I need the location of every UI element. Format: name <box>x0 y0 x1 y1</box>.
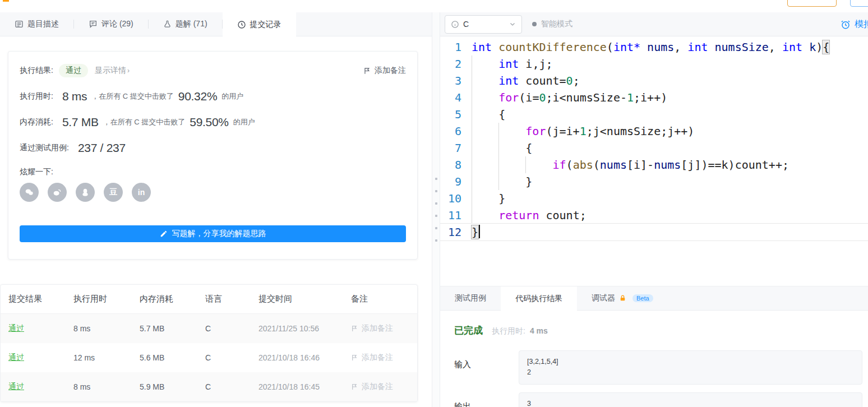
timer-label: 模拟 <box>855 18 868 30</box>
console-panel: 测试用例代码执行结果调试器Beta 已完成 执行用时: 4 ms 输入 [3,2… <box>440 286 868 407</box>
code-line-content: { <box>472 106 505 123</box>
console-tabbar: 测试用例代码执行结果调试器Beta <box>440 286 868 311</box>
code-line[interactable]: 8 if(abs(nums[i]-nums[j])==k)count++; <box>440 156 868 173</box>
submission-time: 2021/10/18 16:46 <box>258 353 351 362</box>
share-douban-icon[interactable]: 豆 <box>104 183 123 202</box>
memory-percent: 59.50% <box>190 115 228 129</box>
submission-runtime: 8 ms <box>73 324 140 333</box>
input-value-box: [3,2,1,5,4] 2 <box>519 350 862 385</box>
show-details-link[interactable]: 显示详情› <box>95 66 130 76</box>
code-editor[interactable]: 1int countKDifference(int* nums, int num… <box>440 36 868 286</box>
language-select[interactable]: C <box>445 15 522 34</box>
left-tabbar: 题目描述评论 (29)题解 (71)提交记录 <box>0 12 432 36</box>
runtime-label: 执行用时: <box>20 91 53 101</box>
tab-label: 评论 (29) <box>101 19 133 29</box>
mock-timer-button[interactable]: 模拟 <box>841 12 868 36</box>
share-wechat-icon[interactable] <box>20 183 39 202</box>
code-line[interactable]: 3 int count=0; <box>440 72 868 89</box>
submission-language: C <box>205 324 258 333</box>
share-qq-icon[interactable] <box>76 183 95 202</box>
line-number: 5 <box>440 106 472 123</box>
add-note-button[interactable]: 添加备注 <box>351 353 417 363</box>
code-line[interactable]: 11 return count; <box>440 207 868 224</box>
tab-submissions[interactable]: 提交记录 <box>223 12 296 36</box>
add-note-label: 添加备注 <box>362 353 393 363</box>
line-number: 8 <box>440 156 472 173</box>
code-line[interactable]: 9 } <box>440 173 868 190</box>
write-solution-button[interactable]: 写题解，分享我的解题思路 <box>20 225 406 242</box>
code-line[interactable]: 2 int i,j; <box>440 55 868 72</box>
indent-guide <box>472 89 472 106</box>
testcases-label: 通过测试用例: <box>20 143 69 153</box>
submission-result-link[interactable]: 通过 <box>8 323 24 334</box>
line-number: 7 <box>440 140 472 156</box>
output-label: 输出 <box>454 392 519 407</box>
console-tab-run-result[interactable]: 代码执行结果 <box>501 286 577 311</box>
console-tab-debugger[interactable]: 调试器Beta <box>577 286 668 310</box>
column-header: 执行用时 <box>73 294 140 304</box>
run-status: 已完成 <box>454 324 483 337</box>
add-note-button[interactable]: 添加备注 <box>351 382 417 392</box>
pane-splitter[interactable] <box>432 12 440 407</box>
code-line[interactable]: 1int countKDifference(int* nums, int num… <box>440 39 868 55</box>
tab-label: 调试器 <box>592 293 615 303</box>
indent-guide <box>498 156 499 173</box>
submission-result-link[interactable]: 通过 <box>8 353 24 363</box>
share-weibo-icon[interactable] <box>48 183 67 202</box>
input-row: 输入 [3,2,1,5,4] 2 <box>454 350 862 385</box>
indent-guide <box>472 123 472 140</box>
top-action-button-1[interactable] <box>787 0 837 7</box>
indent-guide <box>472 55 472 72</box>
info-icon <box>451 20 459 29</box>
add-note-button[interactable]: 添加备注 <box>351 323 417 334</box>
tab-label: 测试用例 <box>455 293 486 303</box>
tab-description[interactable]: 题目描述 <box>0 12 73 36</box>
clock-icon <box>237 20 246 29</box>
line-number: 4 <box>440 89 472 106</box>
add-note-label: 添加备注 <box>362 323 393 334</box>
runtime-value: 8 ms <box>62 90 87 103</box>
indent-guide <box>472 106 472 123</box>
add-note-button[interactable]: 添加备注 <box>363 66 406 76</box>
result-label: 执行结果: <box>20 66 53 76</box>
memory-beat-suffix: 的用户 <box>233 117 255 127</box>
app: 题目描述评论 (29)题解 (71)提交记录 执行结果: 通过 显示详情› 添加… <box>0 0 868 407</box>
runtime-beat-prefix: ，在所有 C 提交中击败了 <box>91 91 174 101</box>
column-header: 内存消耗 <box>140 294 205 304</box>
testcases-value: 237 / 237 <box>78 141 126 155</box>
indent-guide <box>472 72 472 89</box>
output-row: 输出 3 <box>454 392 862 407</box>
run-runtime-value: 4 ms <box>530 326 548 335</box>
flag-gray-icon <box>351 383 358 391</box>
right-pane: C 智能模式 模拟 1int countKDifference(int* num… <box>440 12 868 407</box>
line-number: 12 <box>440 224 472 240</box>
submission-result-link[interactable]: 通过 <box>8 382 24 392</box>
flag-gray-icon <box>351 354 358 362</box>
smart-mode-indicator[interactable]: 智能模式 <box>532 19 572 29</box>
code-line[interactable]: 4 for(i=0;i<numsSize-1;i++) <box>440 89 868 106</box>
submission-time: 2021/10/18 16:45 <box>258 382 351 391</box>
code-line-content: for(i=0;i<numsSize-1;i++) <box>472 89 667 106</box>
console-tab-testcase[interactable]: 测试用例 <box>440 286 501 310</box>
submission-language: C <box>205 353 258 362</box>
tab-comments[interactable]: 评论 (29) <box>74 12 148 36</box>
code-line[interactable]: 12} <box>440 223 868 241</box>
column-header: 提交时间 <box>258 294 351 304</box>
table-row: 通过8 ms5.9 MBC2021/10/18 16:45添加备注 <box>1 372 417 401</box>
share-linkedin-icon[interactable]: in <box>132 183 151 202</box>
top-action-button-2[interactable] <box>850 0 868 7</box>
indent-guide <box>498 173 499 190</box>
code-line[interactable]: 10 } <box>440 190 868 207</box>
left-pane: 题目描述评论 (29)题解 (71)提交记录 执行结果: 通过 显示详情› 添加… <box>0 12 432 407</box>
code-line-content: { <box>472 140 532 156</box>
code-line[interactable]: 5 { <box>440 106 868 123</box>
code-line[interactable]: 6 for(j=i+1;j<numsSize;j++) <box>440 123 868 140</box>
tab-solutions[interactable]: 题解 (71) <box>149 12 222 36</box>
code-line-content: } <box>472 224 480 240</box>
console-body: 已完成 执行用时: 4 ms 输入 [3,2,1,5,4] 2 输出 3 <box>440 311 868 407</box>
code-line[interactable]: 7 { <box>440 140 868 156</box>
indent-guide <box>472 190 472 207</box>
solution-icon <box>163 20 172 29</box>
indent-guide <box>472 140 472 156</box>
column-header: 备注 <box>351 294 417 304</box>
